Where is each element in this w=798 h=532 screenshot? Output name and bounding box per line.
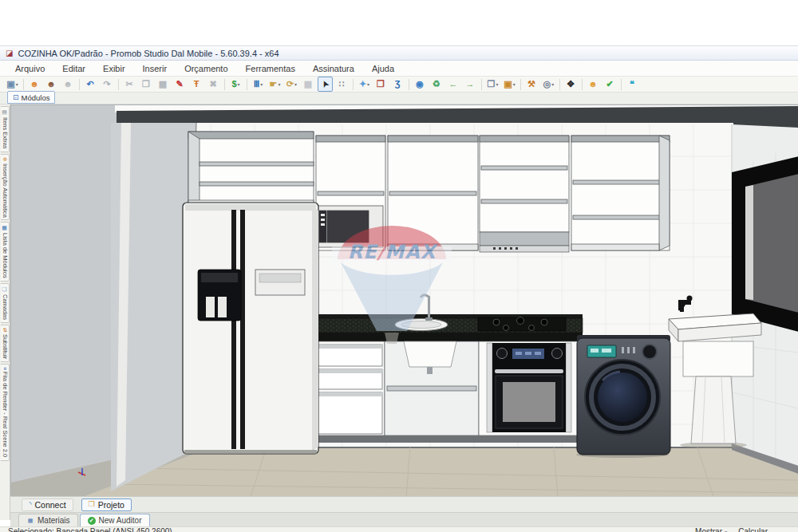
tab-modulos[interactable]: ⊡ Módulos [7,91,55,104]
contact-card-icon[interactable]: ☻ [586,77,601,92]
dimension-icon[interactable]: ∷ [334,77,350,92]
client-gray-icon[interactable]: ☻ [61,77,76,92]
menu-bar: Arquivo Editar Exibir Inserir Orçamento … [0,61,798,77]
window-title: COZINHA OK/Padrão - Promob Studio Dal Mo… [18,49,279,58]
sidebar-tab-icon: ▤ [2,109,8,116]
camera-icon[interactable]: ◎▾ [541,77,556,92]
sidebar-tab-lista-de-modulos[interactable]: ▦Lista de Módulos [1,222,10,282]
client-brown-icon[interactable]: ☻ [44,77,59,92]
tab-modulos-label: Módulos [22,93,50,102]
watermark-text: RE/MAX [348,241,439,263]
calculate-button[interactable]: Calcular [738,527,768,532]
dropdown-caret: ▾ [294,81,297,87]
client-orange-icon[interactable]: ☻ [27,77,42,92]
range-hood[interactable] [480,232,569,252]
menu-orcamento[interactable]: Orçamento [176,62,236,75]
status-bar: Selecionado: Bancada Panel (ANSI 450 260… [0,526,798,532]
toolbar-separator [520,79,521,90]
paste-icon[interactable]: ▦ [156,77,171,92]
bottom-button-icon: ◝ [29,501,32,508]
menu-ajuda[interactable]: Ajuda [363,62,403,75]
title-bar: ◪ COZINHA OK/Padrão - Promob Studio Dal … [0,45,798,61]
dropdown-caret: ▾ [496,81,498,87]
report-icon[interactable]: Ⅲ▾ [251,77,266,92]
bottom-button-label: Projeto [98,500,124,510]
delete-icon[interactable]: ✖ [206,77,221,92]
sidebar-tab-icon: ⇄ [2,328,8,333]
panel-tab-row: ⊡ Módulos [0,93,798,104]
zoom-box-icon[interactable]: ▦ [301,77,316,92]
bottom-tab-icon: ▦ [26,517,34,525]
check-icon[interactable]: ✔ [602,77,618,92]
cut-icon[interactable]: ✂ [122,77,137,92]
paint-icon[interactable]: ✎ [172,77,188,92]
toolbar-separator [79,79,80,90]
menu-assinatura[interactable]: Assinatura [304,62,363,75]
scene-viewport[interactable]: RE/MAX [10,104,798,496]
sidebar-tab-insercao-automatica[interactable]: ⊕Inserção Automática [1,154,10,221]
cooktop[interactable] [478,317,566,332]
window-frame[interactable] [732,156,798,332]
dropdown-caret: ▾ [16,81,18,87]
dropdown-caret: ▾ [260,81,263,87]
tab-materiais[interactable]: ▦Materiais [18,514,78,526]
redo-icon[interactable]: ↷ [100,77,115,92]
undo-icon[interactable]: ↶ [83,77,98,92]
menu-editar[interactable]: Editar [53,62,94,75]
menu-arquivo[interactable]: Arquivo [6,62,53,75]
eyedropper-icon[interactable]: Ŧ [189,77,204,92]
select-cursor-icon[interactable]: ➤ [318,77,333,92]
perspective-view-icon[interactable]: ❐▾ [485,77,500,92]
chat-icon[interactable]: ❝ [625,77,640,92]
dropdown-caret: ▾ [238,81,240,87]
replace-module-icon[interactable]: ♻ [429,77,444,92]
save-icon[interactable]: ▣▾ [5,77,20,92]
pan-icon[interactable]: ☛▾ [267,77,282,92]
bottom-tab-label: Materiais [38,516,70,525]
eye-icon[interactable]: ◉ [413,77,428,92]
back-arrow-icon[interactable]: ← [446,77,461,92]
washing-machine[interactable] [576,335,670,458]
dropdown-caret: ▾ [551,81,554,87]
sidebar-tab-itens-extras[interactable]: ▤Itens Extras [1,106,10,152]
bottom-tab-label: New Auditor [99,516,142,525]
dropdown-caret: ▾ [513,81,516,87]
bottom-tab-row: ▦Materiais ✔New Auditor [10,512,798,526]
orbit-icon[interactable]: ⟳▾ [284,77,299,92]
menu-ferramentas[interactable]: Ferramentas [237,62,304,75]
projeto-button[interactable]: ❒Projeto [81,499,132,511]
sidebar-tab-label: Inserção Automática [2,163,9,217]
sidebar-tab-camadas[interactable]: ❏Camadas [1,283,10,323]
budget-icon[interactable]: $▾ [228,77,243,92]
tab-new-auditor[interactable]: ✔New Auditor [80,514,150,526]
cube-3d-icon[interactable]: ▣▾ [502,77,517,92]
bottom-button-label: Connect [35,500,66,510]
oven[interactable] [492,343,566,432]
menu-exibir[interactable]: Exibir [94,62,134,75]
move-icon[interactable]: ✥ [563,77,579,92]
sidebar-tab-icon: ≡ [2,367,8,370]
left-tab-strip: ▤Itens Extras ⊕Inserção Automática ▦List… [0,104,10,520]
sidebar-tab-label: Lista de Módulos [2,233,9,278]
sidebar-tab-label: Substituir [2,334,9,359]
tools-link-icon[interactable]: ⚒ [524,77,539,92]
app-logo-icon: ◪ [6,49,13,57]
connect-button[interactable]: ◝Connect [22,499,73,511]
sidebar-tab-label: Camadas [2,294,9,320]
sidebar-tab-icon: ▦ [2,225,8,231]
show-dropdown[interactable]: Mostrar ▾ [695,527,727,532]
render-3d-icon[interactable]: Ʒ [390,77,405,92]
bottom-button-row: ◝Connect ❒Projeto [10,496,798,512]
copy-icon[interactable]: ❐ [139,77,154,92]
main-toolbar: ▣▾ ☻ ☻ ☻ ↶ ↷ ✂ ❐ ▦ ✎ Ŧ ✖ [0,77,798,93]
menu-inserir[interactable]: Inserir [134,62,176,75]
bottom-button-icon: ❒ [89,501,95,508]
status-selection-text: Selecionado: Bancada Panel (ANSI 450 260… [8,527,181,532]
sidebar-tab-fila-de-render[interactable]: ≡Fila de Render - Real Scene 2.0 [1,364,10,460]
toolbar-separator [582,79,583,90]
sidebar-tab-substituir[interactable]: ⇄Substituir [1,325,10,362]
render-box-icon[interactable]: ❒ [373,77,389,92]
light-icon[interactable]: ✦▾ [357,77,372,92]
forward-arrow-icon[interactable]: → [463,77,478,92]
refrigerator[interactable] [183,203,318,454]
